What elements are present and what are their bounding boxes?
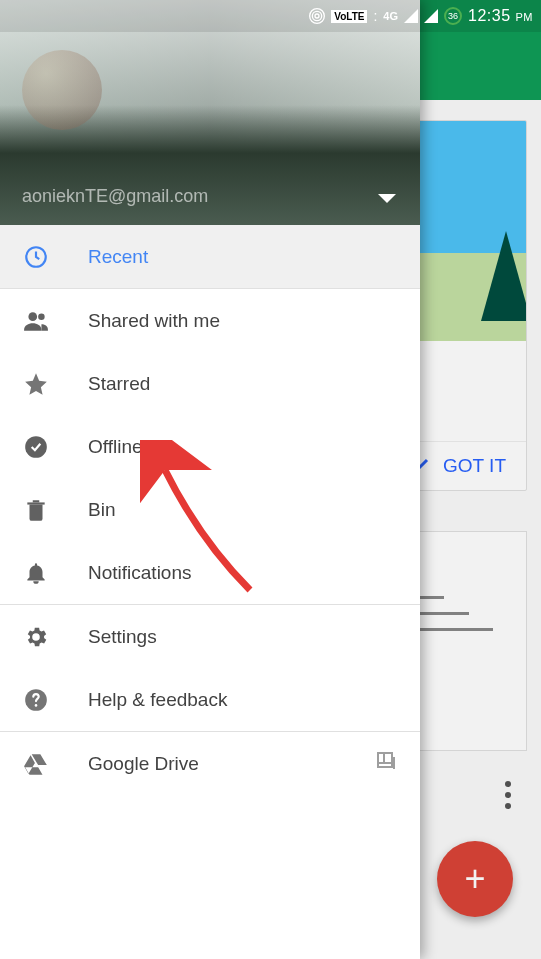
drawer-item-shared[interactable]: Shared with me bbox=[0, 289, 420, 352]
signal-icon bbox=[404, 9, 418, 23]
drawer-item-label: Recent bbox=[88, 246, 148, 268]
drawer-item-settings[interactable]: Settings bbox=[0, 605, 420, 668]
drawer-item-label: Help & feedback bbox=[88, 689, 227, 711]
svg-point-3 bbox=[25, 436, 47, 458]
drawer-item-drive[interactable]: Google Drive bbox=[0, 732, 420, 795]
svg-point-8 bbox=[313, 11, 322, 20]
account-email: aonieknTE@gmail.com bbox=[22, 186, 208, 207]
open-external-icon bbox=[374, 749, 398, 778]
svg-point-5 bbox=[35, 704, 38, 707]
account-dropdown-icon[interactable] bbox=[378, 194, 396, 203]
volte-indicator: VoLTE bbox=[331, 10, 367, 23]
colon: : bbox=[373, 8, 377, 24]
drawer-item-bin[interactable]: Bin bbox=[0, 478, 420, 541]
help-icon bbox=[22, 687, 50, 713]
clock-icon bbox=[22, 244, 50, 270]
clock-time: 12:35 PM bbox=[468, 7, 533, 25]
gear-icon bbox=[22, 624, 50, 650]
trash-icon bbox=[22, 497, 50, 523]
drawer-item-label: Starred bbox=[88, 373, 150, 395]
signal-icon-2: R bbox=[424, 9, 438, 23]
status-bar: VoLTE : 4G R 36 12:35 PM bbox=[0, 0, 541, 32]
avatar[interactable] bbox=[22, 50, 102, 130]
drawer-item-help[interactable]: Help & feedback bbox=[0, 668, 420, 731]
battery-indicator: 36 bbox=[444, 7, 462, 25]
network-type: 4G bbox=[383, 10, 398, 22]
drawer-header[interactable]: aonieknTE@gmail.com bbox=[0, 0, 420, 225]
drawer-item-recent[interactable]: Recent bbox=[0, 225, 420, 288]
drawer-item-notifications[interactable]: Notifications bbox=[0, 541, 420, 604]
bell-icon bbox=[22, 560, 50, 586]
hotspot-icon bbox=[309, 8, 325, 24]
drawer-list: Recent Shared with me Starred Offline bbox=[0, 225, 420, 959]
navigation-drawer: aonieknTE@gmail.com Recent Shared with m… bbox=[0, 0, 420, 959]
svg-point-7 bbox=[315, 14, 319, 18]
drawer-item-label: Settings bbox=[88, 626, 157, 648]
drawer-item-label: Notifications bbox=[88, 562, 192, 584]
check-circle-icon bbox=[22, 434, 50, 460]
drawer-item-starred[interactable]: Starred bbox=[0, 352, 420, 415]
drawer-item-label: Google Drive bbox=[88, 753, 199, 775]
drawer-item-offline[interactable]: Offline bbox=[0, 415, 420, 478]
people-icon bbox=[22, 308, 50, 334]
drawer-item-label: Shared with me bbox=[88, 310, 220, 332]
svg-point-2 bbox=[38, 313, 44, 320]
star-icon bbox=[22, 371, 50, 397]
drive-icon bbox=[22, 751, 50, 777]
svg-point-1 bbox=[28, 312, 37, 321]
drawer-item-label: Bin bbox=[88, 499, 115, 521]
drawer-item-label: Offline bbox=[88, 436, 143, 458]
